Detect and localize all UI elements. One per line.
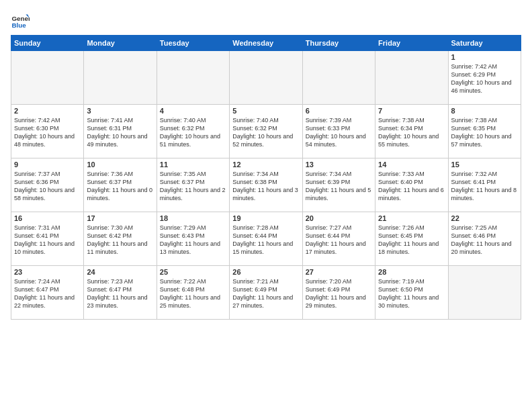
day-number: 17 [87,214,153,222]
day-number: 11 [160,161,226,169]
calendar-cell: 12Sunrise: 7:34 AM Sunset: 6:38 PM Dayli… [230,158,302,212]
day-info: Sunrise: 7:31 AM Sunset: 6:41 PM Dayligh… [14,224,81,257]
calendar-week-row: 2Sunrise: 7:42 AM Sunset: 6:30 PM Daylig… [11,105,521,158]
day-number: 13 [306,161,372,169]
calendar-cell [448,266,521,320]
logo: General Blue [11,11,31,30]
calendar-cell: 5Sunrise: 7:40 AM Sunset: 6:32 PM Daylig… [230,105,302,158]
weekday-header: Monday [84,36,157,51]
header: General Blue [11,8,521,30]
calendar-cell: 4Sunrise: 7:40 AM Sunset: 6:32 PM Daylig… [157,105,229,158]
day-number: 21 [378,214,445,222]
calendar-cell [230,51,302,105]
day-number: 14 [378,161,445,169]
calendar-cell: 2Sunrise: 7:42 AM Sunset: 6:30 PM Daylig… [11,105,84,158]
calendar-cell: 3Sunrise: 7:41 AM Sunset: 6:31 PM Daylig… [84,105,157,158]
calendar-cell: 14Sunrise: 7:33 AM Sunset: 6:40 PM Dayli… [375,158,448,212]
calendar-week-row: 9Sunrise: 7:37 AM Sunset: 6:36 PM Daylig… [11,158,521,212]
day-number: 12 [232,161,299,169]
calendar-cell: 9Sunrise: 7:37 AM Sunset: 6:36 PM Daylig… [11,158,84,212]
calendar-cell: 18Sunrise: 7:29 AM Sunset: 6:43 PM Dayli… [157,212,229,266]
calendar-cell [11,51,84,105]
day-number: 4 [160,107,226,115]
day-info: Sunrise: 7:42 AM Sunset: 6:29 PM Dayligh… [451,62,518,95]
day-info: Sunrise: 7:26 AM Sunset: 6:45 PM Dayligh… [378,224,445,257]
day-info: Sunrise: 7:42 AM Sunset: 6:30 PM Dayligh… [14,116,81,149]
day-info: Sunrise: 7:38 AM Sunset: 6:35 PM Dayligh… [451,116,518,149]
day-info: Sunrise: 7:22 AM Sunset: 6:48 PM Dayligh… [160,277,226,310]
day-number: 26 [232,268,299,276]
day-number: 20 [306,214,372,222]
day-info: Sunrise: 7:21 AM Sunset: 6:49 PM Dayligh… [232,277,299,310]
calendar-cell: 23Sunrise: 7:24 AM Sunset: 6:47 PM Dayli… [11,266,84,320]
calendar-cell: 22Sunrise: 7:25 AM Sunset: 6:46 PM Dayli… [448,212,521,266]
day-number: 28 [378,268,445,276]
calendar-cell: 28Sunrise: 7:19 AM Sunset: 6:50 PM Dayli… [375,266,448,320]
day-number: 22 [451,214,518,222]
calendar-table: SundayMondayTuesdayWednesdayThursdayFrid… [11,35,521,320]
weekday-header: Thursday [302,36,375,51]
calendar-cell: 24Sunrise: 7:23 AM Sunset: 6:47 PM Dayli… [84,266,157,320]
weekday-header: Wednesday [230,36,302,51]
calendar-cell: 8Sunrise: 7:38 AM Sunset: 6:35 PM Daylig… [448,105,521,158]
day-info: Sunrise: 7:27 AM Sunset: 6:44 PM Dayligh… [306,224,372,257]
weekday-header: Saturday [448,36,521,51]
calendar-cell [302,51,375,105]
day-info: Sunrise: 7:30 AM Sunset: 6:42 PM Dayligh… [87,224,153,257]
day-number: 8 [451,107,518,115]
day-info: Sunrise: 7:41 AM Sunset: 6:31 PM Dayligh… [87,116,153,149]
svg-text:Blue: Blue [11,21,26,29]
calendar-cell: 6Sunrise: 7:39 AM Sunset: 6:33 PM Daylig… [302,105,375,158]
calendar-cell: 17Sunrise: 7:30 AM Sunset: 6:42 PM Dayli… [84,212,157,266]
day-info: Sunrise: 7:35 AM Sunset: 6:37 PM Dayligh… [160,170,226,203]
logo-icon: General Blue [11,11,30,30]
day-number: 15 [451,161,518,169]
day-info: Sunrise: 7:29 AM Sunset: 6:43 PM Dayligh… [160,224,226,257]
day-info: Sunrise: 7:36 AM Sunset: 6:37 PM Dayligh… [87,170,153,203]
day-info: Sunrise: 7:37 AM Sunset: 6:36 PM Dayligh… [14,170,81,203]
day-number: 5 [232,107,299,115]
calendar-cell: 15Sunrise: 7:32 AM Sunset: 6:41 PM Dayli… [448,158,521,212]
day-info: Sunrise: 7:34 AM Sunset: 6:39 PM Dayligh… [306,170,372,203]
day-info: Sunrise: 7:38 AM Sunset: 6:34 PM Dayligh… [378,116,445,149]
calendar-cell: 11Sunrise: 7:35 AM Sunset: 6:37 PM Dayli… [157,158,229,212]
calendar-cell: 19Sunrise: 7:28 AM Sunset: 6:44 PM Dayli… [230,212,302,266]
day-info: Sunrise: 7:33 AM Sunset: 6:40 PM Dayligh… [378,170,445,203]
day-number: 6 [306,107,372,115]
day-number: 10 [87,161,153,169]
day-info: Sunrise: 7:28 AM Sunset: 6:44 PM Dayligh… [232,224,299,257]
day-number: 2 [14,107,81,115]
calendar-cell: 13Sunrise: 7:34 AM Sunset: 6:39 PM Dayli… [302,158,375,212]
calendar-cell: 16Sunrise: 7:31 AM Sunset: 6:41 PM Dayli… [11,212,84,266]
calendar-cell [157,51,229,105]
day-info: Sunrise: 7:32 AM Sunset: 6:41 PM Dayligh… [451,170,518,203]
day-number: 24 [87,268,153,276]
day-info: Sunrise: 7:40 AM Sunset: 6:32 PM Dayligh… [232,116,299,149]
calendar-week-row: 23Sunrise: 7:24 AM Sunset: 6:47 PM Dayli… [11,266,521,320]
calendar-cell: 10Sunrise: 7:36 AM Sunset: 6:37 PM Dayli… [84,158,157,212]
calendar-cell: 20Sunrise: 7:27 AM Sunset: 6:44 PM Dayli… [302,212,375,266]
calendar-cell [84,51,157,105]
day-number: 9 [14,161,81,169]
calendar-header-row: SundayMondayTuesdayWednesdayThursdayFrid… [11,36,521,51]
calendar-cell: 26Sunrise: 7:21 AM Sunset: 6:49 PM Dayli… [230,266,302,320]
day-number: 19 [232,214,299,222]
day-number: 1 [451,53,518,61]
calendar-cell: 21Sunrise: 7:26 AM Sunset: 6:45 PM Dayli… [375,212,448,266]
day-info: Sunrise: 7:25 AM Sunset: 6:46 PM Dayligh… [451,224,518,257]
day-info: Sunrise: 7:19 AM Sunset: 6:50 PM Dayligh… [378,277,445,310]
day-number: 7 [378,107,445,115]
weekday-header: Sunday [11,36,84,51]
day-info: Sunrise: 7:34 AM Sunset: 6:38 PM Dayligh… [232,170,299,203]
day-info: Sunrise: 7:40 AM Sunset: 6:32 PM Dayligh… [160,116,226,149]
day-number: 27 [306,268,372,276]
day-number: 18 [160,214,226,222]
weekday-header: Tuesday [157,36,229,51]
calendar-cell [375,51,448,105]
day-number: 3 [87,107,153,115]
calendar-cell: 27Sunrise: 7:20 AM Sunset: 6:49 PM Dayli… [302,266,375,320]
calendar-cell: 25Sunrise: 7:22 AM Sunset: 6:48 PM Dayli… [157,266,229,320]
day-info: Sunrise: 7:23 AM Sunset: 6:47 PM Dayligh… [87,277,153,310]
calendar-week-row: 1Sunrise: 7:42 AM Sunset: 6:29 PM Daylig… [11,51,521,105]
day-info: Sunrise: 7:24 AM Sunset: 6:47 PM Dayligh… [14,277,81,310]
